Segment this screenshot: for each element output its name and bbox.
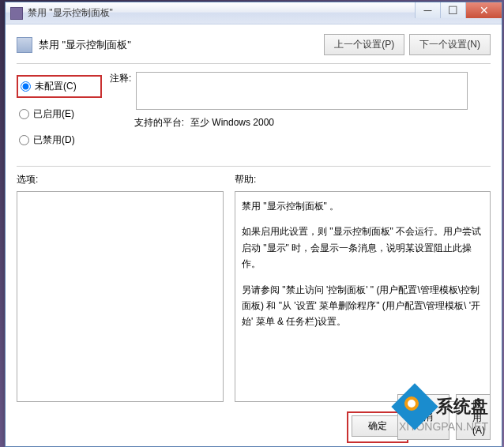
next-setting-button[interactable]: 下一个设置(N) (409, 34, 491, 55)
config-row: 未配置(C) 已启用(E) 已禁用(D) 注释: 支持的平台: (17, 72, 491, 156)
radio-not-configured-input[interactable] (21, 81, 31, 92)
radio-group: 未配置(C) 已启用(E) 已禁用(D) (17, 72, 102, 156)
help-p1: 禁用 "显示控制面板" 。 (242, 198, 483, 214)
window-icon (10, 7, 23, 20)
close-button[interactable]: ✕ (465, 2, 502, 18)
comment-section: 注释: 支持的平台: 至少 Windows 2000 (110, 72, 491, 156)
platform-value: 至少 Windows 2000 (190, 116, 491, 130)
header-left: 禁用 "显示控制面板" (17, 37, 131, 53)
help-p3: 另请参阅 "禁止访问 '控制面板' " (用户配置\管理模板\控制面板) 和 "… (242, 282, 483, 330)
platform-row: 支持的平台: 至少 Windows 2000 (110, 116, 491, 130)
platform-label: 支持的平台: (110, 116, 184, 130)
options-label: 选项: (17, 173, 224, 186)
options-panel (17, 191, 224, 402)
radio-not-configured-label: 未配置(C) (35, 80, 77, 93)
divider-2 (17, 166, 491, 167)
comment-label: 注释: (110, 72, 131, 85)
radio-disabled[interactable]: 已禁用(D) (17, 130, 102, 150)
page-title: 禁用 "显示控制面板" (39, 38, 131, 52)
maximize-button[interactable]: ☐ (440, 2, 465, 18)
radio-enabled-input[interactable] (19, 109, 29, 119)
window-title: 禁用 "显示控制面板" (28, 6, 113, 20)
window-body: 禁用 "显示控制面板" 上一个设置(P) 下一个设置(N) 未配置(C) 已启用… (6, 24, 502, 446)
help-column: 帮助: 禁用 "显示控制面板" 。 如果启用此设置，则 "显示控制面板" 不会运… (235, 173, 491, 402)
content-row: 选项: 帮助: 禁用 "显示控制面板" 。 如果启用此设置，则 "显示控制面板"… (17, 173, 491, 402)
window-controls: ─ ☐ ✕ (415, 2, 502, 18)
help-label: 帮助: (235, 173, 491, 186)
brand-logo: 系统盘 (398, 390, 488, 423)
help-panel: 禁用 "显示控制面板" 。 如果启用此设置，则 "显示控制面板" 不会运行。用户… (235, 191, 491, 402)
prev-setting-button[interactable]: 上一个设置(P) (324, 34, 404, 55)
brand-logo-text: 系统盘 (436, 395, 488, 419)
options-column: 选项: (17, 173, 224, 402)
divider (17, 63, 491, 64)
header-row: 禁用 "显示控制面板" 上一个设置(P) 下一个设置(N) (17, 34, 491, 63)
radio-disabled-label: 已禁用(D) (33, 133, 75, 147)
radio-enabled-label: 已启用(E) (33, 107, 74, 121)
help-p2: 如果启用此设置，则 "显示控制面板" 不会运行。用户尝试启动 "显示" 时，会显… (242, 223, 483, 272)
brand-logo-icon (398, 390, 431, 423)
titlebar[interactable]: 禁用 "显示控制面板" ─ ☐ ✕ (6, 2, 502, 24)
dialog-window: 禁用 "显示控制面板" ─ ☐ ✕ 禁用 "显示控制面板" 上一个设置(P) 下… (5, 2, 502, 447)
nav-buttons: 上一个设置(P) 下一个设置(N) (324, 34, 491, 55)
minimize-button[interactable]: ─ (415, 2, 440, 18)
radio-disabled-input[interactable] (19, 135, 29, 145)
comment-textarea[interactable] (136, 72, 468, 110)
radio-enabled[interactable]: 已启用(E) (17, 104, 102, 124)
policy-icon (17, 37, 32, 53)
radio-not-configured[interactable]: 未配置(C) (17, 75, 102, 98)
